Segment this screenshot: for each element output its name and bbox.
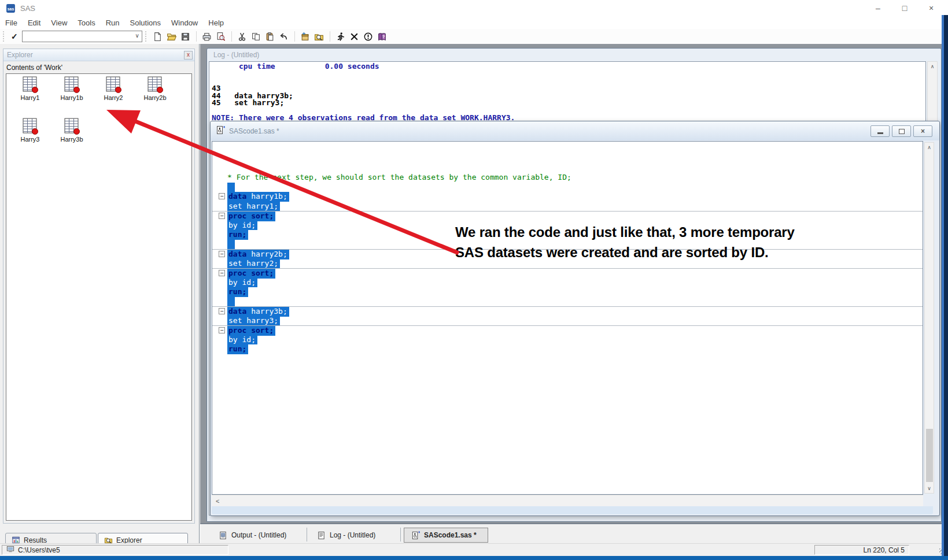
explorer-panel-header: Explorer x (3, 49, 194, 61)
undo-button[interactable] (277, 30, 291, 43)
code-line-11[interactable]: by id; (212, 278, 923, 288)
fold-collapse-icon[interactable]: − (219, 251, 225, 257)
window-tab-log-untitled[interactable]: Log - (Untitled) (310, 528, 399, 543)
code-line-18[interactable]: run; (212, 344, 923, 354)
toolbar-separator (231, 31, 232, 42)
code-line-0[interactable]: * For the next step, we should sort the … (212, 173, 923, 183)
menu-bar: FileEditViewToolsRunSolutionsWindowHelp (0, 16, 948, 29)
editor-restore-button[interactable] (892, 125, 911, 137)
editor-horizontal-scrollbar[interactable]: < (212, 495, 923, 506)
log-page-icon (317, 531, 326, 540)
paste-button[interactable] (263, 30, 277, 43)
editor-page-icon: * (411, 531, 420, 540)
code-line-16[interactable]: −proc sort; (212, 325, 923, 335)
menu-view[interactable]: View (46, 17, 72, 28)
status-position-box: Ln 220, Col 5 (814, 545, 909, 555)
editor-minimize-button[interactable] (870, 125, 890, 137)
dataset-harry2b[interactable]: Harry2b (134, 76, 176, 101)
undo-icon (279, 32, 289, 42)
tab-label: Log - (Untitled) (330, 531, 375, 539)
dataset-harry1b[interactable]: Harry1b (51, 76, 93, 101)
submit-button[interactable] (334, 30, 348, 43)
fold-collapse-icon[interactable]: − (219, 327, 225, 333)
file-shortcuts-button[interactable] (312, 30, 326, 43)
code-line-17[interactable]: by id; (212, 335, 923, 345)
help-button[interactable]: ? (375, 30, 389, 43)
taskbar-edge (0, 556, 948, 560)
close-button[interactable]: × (918, 0, 945, 16)
submit-runner-icon (335, 32, 345, 42)
log-text: cpu time 0.00 seconds 4344 data harry3b;… (212, 63, 515, 122)
scrollbar-thumb[interactable] (926, 429, 933, 482)
code-line-12[interactable]: run; (212, 287, 923, 297)
dataset-label: Harry1b (51, 94, 93, 101)
print-button[interactable] (200, 30, 214, 43)
code-line-4[interactable]: −proc sort; (212, 211, 923, 221)
menu-run[interactable]: Run (101, 17, 125, 28)
menu-edit[interactable]: Edit (23, 17, 46, 28)
fold-collapse-icon[interactable]: − (219, 308, 225, 314)
menu-help[interactable]: Help (203, 17, 229, 28)
annotation-line-2: SAS datasets were created and are sorted… (455, 242, 795, 262)
scroll-up-icon[interactable]: ∧ (928, 62, 937, 71)
log-window-title: Log - (Untitled) (207, 49, 941, 61)
print-preview-button[interactable] (214, 30, 228, 43)
code-line-2[interactable]: −data harry1b; (212, 192, 923, 202)
new-library-button[interactable] (298, 30, 312, 43)
print-icon (202, 32, 212, 42)
clear-all-button[interactable] (348, 30, 362, 43)
status-bar: C:\Users\tve5 Ln 220, Col 5 (0, 543, 948, 556)
dataset-label: Harry2 (93, 94, 134, 101)
cut-button[interactable] (235, 30, 249, 43)
menu-window[interactable]: Window (166, 17, 203, 28)
new-document-button[interactable] (151, 30, 165, 43)
copy-icon (251, 32, 261, 42)
code-line-10[interactable]: −proc sort; (212, 268, 923, 278)
explorer-close-button[interactable]: x (184, 51, 193, 60)
break-button[interactable] (362, 30, 375, 43)
scroll-down-icon[interactable]: ∨ (925, 484, 934, 493)
fold-collapse-icon[interactable]: − (219, 193, 225, 199)
dataset-label: Harry3b (51, 136, 93, 143)
window-bar: Output - (Untitled)Log - (Untitled)*SASc… (200, 523, 942, 543)
code-line-13[interactable] (212, 297, 923, 307)
svg-text:*: * (223, 125, 225, 131)
command-check-icon[interactable]: ✓ (11, 32, 18, 41)
menu-solutions[interactable]: Solutions (125, 17, 166, 28)
window-tab-output-untitled[interactable]: Output - (Untitled) (212, 528, 305, 543)
window-tab-sascode1-sas[interactable]: *SAScode1.sas * (404, 528, 488, 543)
copy-button[interactable] (249, 30, 263, 43)
scroll-up-icon[interactable]: ∧ (925, 143, 934, 152)
sas-logo-icon: sas (6, 3, 16, 13)
minimize-button[interactable]: – (865, 0, 891, 16)
toolbar-grip[interactable] (3, 31, 6, 42)
dataset-harry2[interactable]: Harry2 (93, 76, 134, 101)
chevron-down-icon[interactable]: ∨ (135, 32, 139, 39)
menu-file[interactable]: File (0, 17, 23, 28)
editor-vertical-scrollbar[interactable]: ∧ ∨ (924, 142, 934, 494)
fold-collapse-icon[interactable]: − (219, 213, 225, 219)
code-line-15[interactable]: set harry3; (212, 316, 923, 326)
save-button[interactable] (179, 30, 193, 43)
dataset-icon (147, 76, 163, 93)
save-icon (180, 32, 190, 42)
fold-collapse-icon[interactable]: − (219, 270, 225, 276)
command-box[interactable]: ∨ (22, 31, 142, 42)
tab-separator (400, 528, 401, 542)
tab-label: SAScode1.sas * (424, 531, 477, 539)
computer-icon (6, 545, 14, 555)
editor-content[interactable]: * For the next step, we should sort the … (212, 141, 923, 495)
code-line-1[interactable] (212, 183, 923, 192)
dataset-harry1[interactable]: Harry1 (9, 76, 51, 101)
code-line-3[interactable]: set harry1; (212, 202, 923, 212)
editor-close-button[interactable]: × (913, 125, 932, 137)
dataset-harry3b[interactable]: Harry3b (51, 117, 93, 143)
dataset-icon (64, 76, 80, 93)
code-line-14[interactable]: −data harry3b; (212, 306, 923, 316)
menu-tools[interactable]: Tools (72, 17, 100, 28)
maximize-button[interactable]: □ (891, 0, 918, 16)
desktop-edge-dark (944, 15, 948, 556)
dataset-harry3[interactable]: Harry3 (9, 117, 51, 143)
toolbar-grip-2[interactable] (145, 31, 148, 42)
open-button[interactable] (165, 30, 179, 43)
